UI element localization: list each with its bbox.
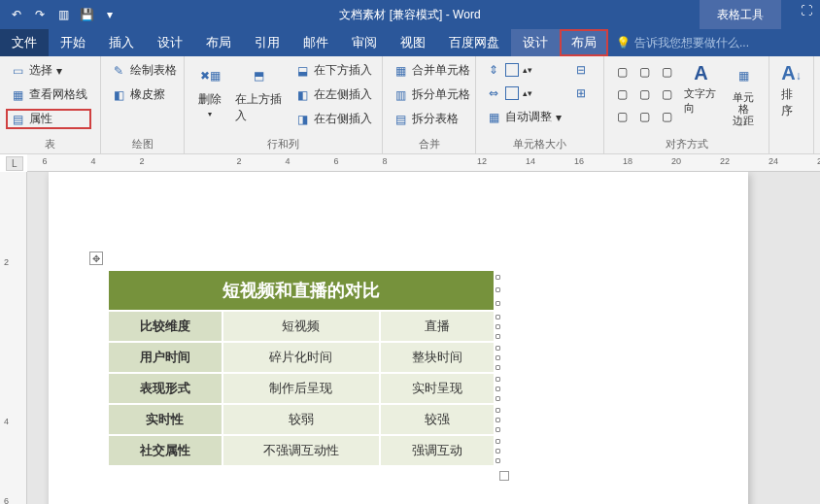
width-stepper[interactable]: ⇔ ▴▾ — [482, 84, 565, 103]
table-move-handle[interactable]: ✥ — [89, 252, 103, 265]
merge-cells-button[interactable]: ▦合并单元格 — [389, 60, 474, 81]
vertical-ruler[interactable]: 24681012 — [0, 172, 27, 504]
label-cell[interactable]: 社交属性 — [109, 436, 222, 465]
data-cell[interactable]: 强调互动 — [381, 436, 494, 465]
undo-button[interactable]: ↶ — [6, 4, 27, 25]
maximize-icon[interactable]: ⛶ — [801, 4, 812, 17]
data-cell[interactable]: 短视频 — [223, 312, 379, 341]
insert-above-button[interactable]: ⬒ 在上方插入 — [229, 60, 289, 135]
save-button[interactable]: 💾 — [76, 4, 97, 25]
eraser-icon: ◧ — [111, 87, 126, 103]
data-cell[interactable]: 直播 — [381, 312, 494, 341]
table-title-cell[interactable]: 短视频和直播的对比 — [109, 271, 494, 310]
window-title: 文档素材 [兼容模式] - Word — [339, 7, 480, 23]
menu-ctx-layout[interactable]: 布局 — [560, 29, 608, 56]
group-draw: ✎绘制表格 ◧橡皮擦 绘图 — [101, 56, 185, 153]
select-button[interactable]: ▭选择 ▾ — [6, 60, 91, 81]
ruler-corner[interactable]: L — [6, 156, 23, 171]
data-cell[interactable]: 实时呈现 — [381, 374, 494, 403]
label-cell[interactable]: 表现形式 — [109, 374, 222, 403]
horizontal-ruler[interactable]: 6422468121416182022242628303234363840424… — [27, 154, 820, 172]
title-bar: ↶ ↷ ▥ 💾 ▾ 文档素材 [兼容模式] - Word 表格工具 ⛶ — [0, 0, 820, 29]
label-cell[interactable]: 比较维度 — [109, 312, 222, 341]
menu-review[interactable]: 审阅 — [340, 29, 389, 56]
menu-references[interactable]: 引用 — [243, 29, 291, 56]
split-table-button[interactable]: ▤拆分表格 — [389, 109, 474, 129]
table-row[interactable]: 用户时间碎片化时间整块时间 — [109, 343, 494, 372]
bulb-icon: 💡 — [616, 36, 631, 50]
table-resize-handle[interactable] — [499, 471, 509, 481]
label-cell[interactable]: 用户时间 — [109, 343, 222, 372]
properties-button[interactable]: ▤属性 — [6, 109, 91, 129]
document-area: L 64224681214161820222426283032343638404… — [0, 154, 820, 504]
data-cell[interactable]: 碎片化时间 — [223, 343, 379, 372]
row-resize-handle[interactable] — [495, 405, 501, 434]
split-cells-button[interactable]: ▥拆分单元格 — [389, 84, 474, 105]
align-tr-button[interactable]: ▢ — [657, 62, 676, 82]
qat-more-button[interactable]: ▾ — [99, 4, 120, 25]
menu-design[interactable]: 设计 — [146, 29, 194, 56]
table-row[interactable]: 表现形式制作后呈现实时呈现 — [109, 374, 494, 403]
row-resize-handle[interactable] — [495, 436, 501, 465]
delete-icon: ✖▦ — [196, 62, 223, 89]
group-merge-label: 合并 — [389, 135, 469, 151]
table-row[interactable]: 实时性较弱较强 — [109, 405, 494, 434]
insert-right-icon: ◨ — [294, 112, 310, 127]
align-tl-button[interactable]: ▢ — [612, 62, 632, 82]
document-table[interactable]: 短视频和直播的对比 比较维度短视频直播用户时间碎片化时间整块时间表现形式制作后呈… — [107, 269, 495, 467]
table-row[interactable]: 社交属性不强调互动性强调互动 — [109, 436, 494, 465]
split-table-icon: ▤ — [393, 112, 408, 127]
text-direction-button[interactable]: A 文字方向 — [678, 60, 724, 135]
align-mc-button[interactable]: ▢ — [634, 84, 654, 104]
sort-icon: A↓ — [781, 62, 801, 84]
menu-ctx-design[interactable]: 设计 — [511, 29, 560, 56]
insert-left-button[interactable]: ◧在左侧插入 — [290, 84, 376, 105]
insert-above-icon: ⬒ — [246, 62, 273, 89]
view-gridlines-button[interactable]: ▦查看网格线 — [6, 84, 91, 105]
insert-below-button[interactable]: ⬓在下方插入 — [290, 60, 376, 81]
menu-layout[interactable]: 布局 — [194, 29, 243, 56]
sort-button[interactable]: A↓ 排序 — [775, 60, 807, 150]
table-title-row[interactable]: 短视频和直播的对比 — [109, 271, 494, 310]
delete-button[interactable]: ✖▦ 删除▾ — [190, 60, 229, 135]
align-ml-button[interactable]: ▢ — [612, 84, 632, 104]
document-viewport[interactable]: ✥ 短视频和直播的对比 比较维度短视频直播用户时间碎片化时间整块时间表现形式制作… — [27, 172, 820, 504]
menu-home[interactable]: 开始 — [49, 29, 97, 56]
insert-right-button[interactable]: ◨在右侧插入 — [290, 109, 376, 129]
group-cellsize-label: 单元格大小 — [482, 135, 598, 151]
table-container[interactable]: ✥ 短视频和直播的对比 比较维度短视频直播用户时间碎片化时间整块时间表现形式制作… — [107, 269, 495, 467]
menu-file[interactable]: 文件 — [0, 29, 49, 56]
data-cell[interactable]: 不强调互动性 — [223, 436, 379, 465]
cell-margins-button[interactable]: ▦ 单元格 边距 — [724, 60, 763, 135]
draw-table-button[interactable]: ✎绘制表格 — [107, 60, 181, 81]
row-resize-handle[interactable] — [495, 374, 501, 403]
autofit-button[interactable]: ▦自动调整 ▾ — [482, 107, 565, 127]
align-tc-button[interactable]: ▢ — [634, 62, 654, 82]
data-cell[interactable]: 较强 — [381, 405, 494, 434]
eraser-button[interactable]: ◧橡皮擦 — [107, 84, 181, 105]
data-cell[interactable]: 制作后呈现 — [223, 374, 379, 403]
menu-baidu[interactable]: 百度网盘 — [437, 29, 511, 56]
row-resize-handle[interactable] — [495, 343, 501, 372]
data-cell[interactable]: 较弱 — [223, 405, 379, 434]
data-cell[interactable]: 整块时间 — [381, 343, 494, 372]
distribute-cols-button[interactable]: ⊞ — [569, 84, 593, 103]
label-cell[interactable]: 实时性 — [109, 405, 222, 434]
align-bc-button[interactable]: ▢ — [634, 107, 654, 126]
menu-view[interactable]: 视图 — [389, 29, 437, 56]
align-mr-button[interactable]: ▢ — [657, 84, 676, 104]
align-br-button[interactable]: ▢ — [657, 107, 676, 126]
menu-mailings[interactable]: 邮件 — [291, 29, 340, 56]
align-bl-button[interactable]: ▢ — [612, 107, 632, 126]
group-rowscols: ✖▦ 删除▾ ⬒ 在上方插入 ⬓在下方插入 ◧在左侧插入 ◨在右侧插入 行和列 — [185, 56, 383, 153]
table-row[interactable]: 比较维度短视频直播 — [109, 312, 494, 341]
menu-insert[interactable]: 插入 — [97, 29, 146, 56]
tell-me-box[interactable]: 💡 告诉我您想要做什么... — [608, 35, 749, 51]
row-resize-handle[interactable] — [495, 271, 501, 310]
properties-icon: ▤ — [10, 112, 25, 127]
height-stepper[interactable]: ⇕ ▴▾ — [482, 60, 565, 80]
distribute-rows-button[interactable]: ⊟ — [569, 60, 593, 80]
new-button[interactable]: ▥ — [52, 4, 74, 25]
redo-button[interactable]: ↷ — [29, 4, 51, 25]
row-resize-handle[interactable] — [495, 312, 501, 341]
